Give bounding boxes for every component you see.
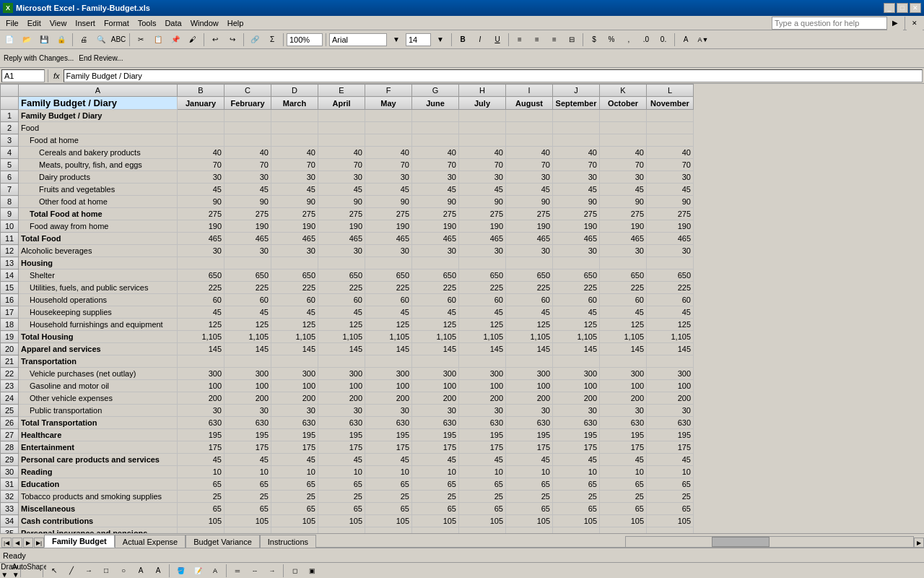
cell-value-22-7[interactable]: 300 [506,368,553,380]
cell-value-9-5[interactable]: 275 [412,208,459,220]
col-header-F[interactable]: F [365,85,412,97]
cell-value-27-9[interactable]: 195 [600,429,647,441]
cell-label-16[interactable]: Household operations [19,294,178,306]
cell-value-7-2[interactable]: 45 [271,184,318,196]
cell-value-2-2[interactable] [271,122,318,134]
cell-label-18[interactable]: Household furnishings and equipment [19,319,178,331]
cell-value-22-4[interactable]: 300 [365,368,412,380]
cell-value-9-9[interactable]: 275 [600,208,647,220]
end-review[interactable]: End Review... [77,54,125,62]
cell-value-18-0[interactable]: 125 [178,319,225,331]
cell-label-4[interactable]: Cereals and bakery products [19,147,178,159]
menu-file[interactable]: File [1,17,23,29]
cell-value-27-3[interactable]: 195 [318,429,365,441]
cell-value-30-1[interactable]: 10 [225,466,271,478]
redo-button[interactable]: ↪ [225,33,240,47]
cell-value-31-5[interactable]: 65 [412,478,459,491]
cell-value-24-1[interactable]: 200 [225,392,271,405]
cell-value-35-0[interactable] [178,527,225,534]
tab-actual-expense[interactable]: Actual Expense [115,535,186,548]
col-header-E[interactable]: E [318,85,365,97]
cell-value-6-7[interactable]: 30 [506,171,553,184]
cell-value-30-8[interactable]: 10 [553,466,600,478]
line-color-draw[interactable]: 📝 [190,564,206,578]
cell-value-14-4[interactable]: 650 [365,269,412,282]
cell-value-3-0[interactable] [178,134,225,147]
font-size-input[interactable] [406,33,431,46]
cell-value-23-2[interactable]: 100 [271,380,318,392]
cell-A1[interactable]: Family Budget / Diary [19,97,178,110]
cell-value-17-2[interactable]: 45 [271,306,318,319]
tab-next-button[interactable]: ▶ [23,538,33,548]
cell-value-23-7[interactable]: 100 [506,380,553,392]
cell-label-10[interactable]: Food away from home [19,220,178,233]
cell-value-26-9[interactable]: 630 [600,417,647,429]
cell-value-21-1[interactable] [225,355,271,368]
cell-value-28-4[interactable]: 175 [365,441,412,454]
preview-button[interactable]: 🔍 [93,33,109,47]
cell-label-17[interactable]: Housekeeping supplies [19,306,178,319]
cell-value-33-5[interactable]: 65 [412,503,459,515]
cell-value-22-6[interactable]: 300 [459,368,506,380]
cell-value-35-8[interactable] [553,527,600,534]
cell-value-20-2[interactable]: 145 [271,343,318,355]
cell-label-23[interactable]: Gasoline and motor oil [19,380,178,392]
cell-value-28-10[interactable]: 175 [647,441,694,454]
cell-value-21-0[interactable] [178,355,225,368]
cell-value-9-2[interactable]: 275 [271,208,318,220]
col-header-L[interactable]: L [647,85,694,97]
cell-value-6-2[interactable]: 30 [271,171,318,184]
cell-value-12-6[interactable]: 30 [459,245,506,257]
cell-value-17-6[interactable]: 45 [459,306,506,319]
cell-value-23-3[interactable]: 100 [318,380,365,392]
cell-value-20-4[interactable]: 145 [365,343,412,355]
line-style[interactable]: ═ [230,564,245,578]
cell-value-27-4[interactable]: 195 [365,429,412,441]
cell-value-11-8[interactable]: 465 [553,233,600,245]
tab-family-budget[interactable]: Family Budget [44,535,115,548]
italic-button[interactable]: I [472,33,488,47]
cell-value-16-1[interactable]: 60 [225,294,271,306]
cell-value-19-5[interactable]: 1,105 [412,331,459,343]
cell-value-28-6[interactable]: 175 [459,441,506,454]
save-button[interactable]: 💾 [36,33,52,47]
cell-value-29-10[interactable]: 45 [647,454,694,466]
formula-input[interactable] [64,69,923,82]
cell-label-12[interactable]: Alcoholic beverages [19,245,178,257]
align-center[interactable]: ≡ [529,33,545,47]
cell-value-25-2[interactable]: 30 [271,405,318,417]
oval-tool[interactable]: ○ [116,564,131,578]
menu-window[interactable]: Window [186,17,223,29]
cell-value-17-0[interactable]: 45 [178,306,225,319]
cell-value-2-0[interactable] [178,122,225,134]
cell-value-28-9[interactable]: 175 [600,441,647,454]
cell-value-4-0[interactable]: 40 [178,147,225,159]
cell-value-3-7[interactable] [506,134,553,147]
font-color[interactable]: A▼ [695,33,711,47]
cell-value-33-9[interactable]: 65 [600,503,647,515]
cell-value-30-4[interactable]: 10 [365,466,412,478]
maximize-button[interactable]: □ [897,3,908,13]
autosum-button[interactable]: Σ [264,33,280,47]
cell-value-5-3[interactable]: 70 [318,159,365,171]
fill-color[interactable]: A [678,33,694,47]
cell-value-10-3[interactable]: 190 [318,220,365,233]
cell-value-6-6[interactable]: 30 [459,171,506,184]
cell-value-13-10[interactable] [647,257,694,269]
cell-value-17-8[interactable]: 45 [553,306,600,319]
3d-style[interactable]: ▣ [304,564,320,578]
cell-value-15-3[interactable]: 225 [318,282,365,294]
menu-tools[interactable]: Tools [134,17,161,29]
cell-value-2-10[interactable] [647,122,694,134]
cell-value-29-0[interactable]: 45 [178,454,225,466]
cell-value-5-10[interactable]: 70 [647,159,694,171]
cell-value-20-8[interactable]: 145 [553,343,600,355]
cell-value-1-10[interactable] [647,110,694,122]
cell-value-35-7[interactable] [506,527,553,534]
cell-value-34-4[interactable]: 105 [365,515,412,527]
cell-value-1-7[interactable] [506,110,553,122]
dash-style[interactable]: -- [247,564,263,578]
cell-label-2[interactable]: Food [19,122,178,134]
menu-edit[interactable]: Edit [23,17,45,29]
cell-label-7[interactable]: Fruits and vegetables [19,184,178,196]
